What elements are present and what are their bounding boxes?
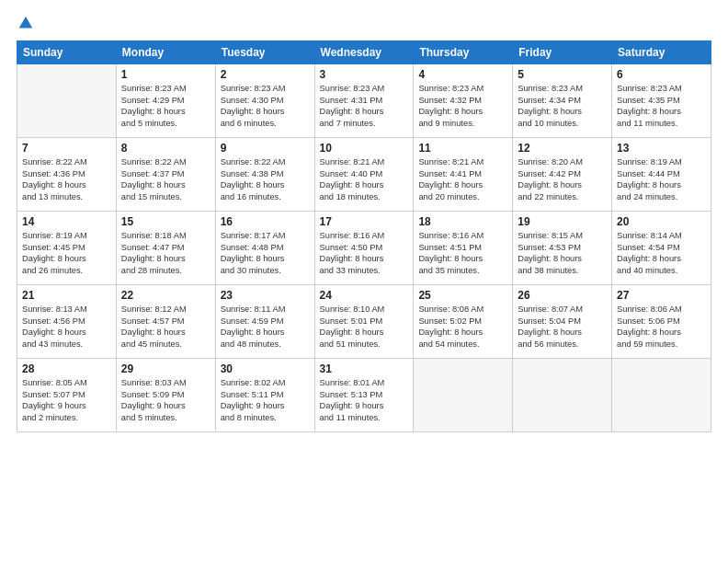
cell-line: Sunrise: 8:21 AM bbox=[320, 156, 409, 168]
day-number: 15 bbox=[121, 215, 210, 228]
cell-line: Daylight: 8 hours bbox=[221, 327, 310, 339]
day-number: 23 bbox=[221, 289, 310, 302]
cell-line: and 13 minutes. bbox=[22, 191, 111, 203]
header-day-saturday: Saturday bbox=[612, 41, 711, 64]
cell-line: and 59 minutes. bbox=[617, 339, 706, 350]
cell-line: and 22 minutes. bbox=[518, 191, 607, 203]
cell-line: Daylight: 8 hours bbox=[518, 327, 607, 339]
calendar-cell: 17Sunrise: 8:16 AMSunset: 4:50 PMDayligh… bbox=[314, 212, 414, 285]
cell-line: and 9 minutes. bbox=[418, 118, 507, 130]
cell-line: and 5 minutes. bbox=[121, 412, 210, 424]
cell-line: and 24 minutes. bbox=[617, 191, 706, 203]
cell-line: Sunrise: 8:23 AM bbox=[121, 83, 210, 95]
day-number: 13 bbox=[617, 142, 706, 155]
calendar-cell: 19Sunrise: 8:15 AMSunset: 4:53 PMDayligh… bbox=[513, 212, 612, 285]
cell-line: Sunrise: 8:12 AM bbox=[121, 304, 210, 316]
week-row-2: 14Sunrise: 8:19 AMSunset: 4:45 PMDayligh… bbox=[17, 212, 711, 285]
day-number: 1 bbox=[121, 68, 210, 81]
cell-line: Daylight: 8 hours bbox=[518, 253, 607, 265]
cell-line: Sunset: 4:42 PM bbox=[518, 168, 607, 180]
day-number: 18 bbox=[418, 215, 507, 228]
cell-line: Daylight: 8 hours bbox=[617, 327, 706, 339]
calendar-cell: 27Sunrise: 8:06 AMSunset: 5:06 PMDayligh… bbox=[612, 285, 711, 359]
cell-line: Sunset: 4:34 PM bbox=[518, 95, 607, 107]
cell-line: and 15 minutes. bbox=[121, 191, 210, 203]
day-number: 28 bbox=[22, 362, 111, 375]
cell-line: Daylight: 8 hours bbox=[121, 327, 210, 339]
calendar-cell: 8Sunrise: 8:22 AMSunset: 4:37 PMDaylight… bbox=[116, 138, 215, 212]
cell-line: Daylight: 8 hours bbox=[221, 179, 310, 191]
cell-line: Sunset: 4:35 PM bbox=[617, 95, 706, 107]
cell-line: and 43 minutes. bbox=[22, 339, 111, 350]
day-number: 27 bbox=[617, 289, 706, 302]
calendar-cell: 22Sunrise: 8:12 AMSunset: 4:57 PMDayligh… bbox=[116, 285, 215, 359]
header-day-wednesday: Wednesday bbox=[314, 41, 414, 64]
calendar-table: SundayMondayTuesdayWednesdayThursdayFrid… bbox=[17, 40, 711, 432]
cell-line: Sunset: 4:31 PM bbox=[320, 95, 409, 107]
cell-line: and 10 minutes. bbox=[518, 118, 607, 130]
week-row-4: 28Sunrise: 8:05 AMSunset: 5:07 PMDayligh… bbox=[17, 359, 711, 432]
cell-line: Daylight: 8 hours bbox=[518, 179, 607, 191]
cell-line: and 18 minutes. bbox=[320, 191, 409, 203]
cell-line: Sunrise: 8:23 AM bbox=[418, 83, 507, 95]
cell-line: Daylight: 8 hours bbox=[418, 253, 507, 265]
calendar-cell: 10Sunrise: 8:21 AMSunset: 4:40 PMDayligh… bbox=[314, 138, 414, 212]
cell-line: Sunrise: 8:02 AM bbox=[221, 377, 310, 389]
header bbox=[17, 15, 711, 31]
logo bbox=[17, 15, 35, 31]
day-number: 31 bbox=[320, 362, 409, 375]
cell-line: and 2 minutes. bbox=[22, 412, 111, 424]
cell-line: Sunrise: 8:22 AM bbox=[121, 156, 210, 168]
cell-line: and 11 minutes. bbox=[617, 118, 706, 130]
cell-line: Sunset: 4:57 PM bbox=[121, 316, 210, 327]
cell-line: Sunset: 4:45 PM bbox=[22, 242, 111, 254]
cell-line: and 35 minutes. bbox=[418, 265, 507, 277]
cell-line: Sunrise: 8:10 AM bbox=[320, 304, 409, 316]
cell-line: Daylight: 8 hours bbox=[418, 327, 507, 339]
cell-line: Sunset: 5:02 PM bbox=[418, 316, 507, 327]
calendar-cell bbox=[414, 359, 513, 432]
day-number: 26 bbox=[518, 289, 607, 302]
cell-line: Sunset: 4:47 PM bbox=[121, 242, 210, 254]
day-number: 21 bbox=[22, 289, 111, 302]
cell-line: Sunset: 4:51 PM bbox=[418, 242, 507, 254]
cell-line: Sunset: 4:50 PM bbox=[320, 242, 409, 254]
calendar-cell: 29Sunrise: 8:03 AMSunset: 5:09 PMDayligh… bbox=[116, 359, 215, 432]
cell-line: Daylight: 8 hours bbox=[320, 327, 409, 339]
cell-line: Sunrise: 8:23 AM bbox=[221, 83, 310, 95]
cell-line: Sunrise: 8:22 AM bbox=[22, 156, 111, 168]
cell-line: Sunrise: 8:01 AM bbox=[320, 377, 409, 389]
calendar-cell: 24Sunrise: 8:10 AMSunset: 5:01 PMDayligh… bbox=[314, 285, 414, 359]
cell-line: Sunrise: 8:22 AM bbox=[221, 156, 310, 168]
cell-line: Sunset: 4:36 PM bbox=[22, 168, 111, 180]
cell-line: Sunset: 4:48 PM bbox=[221, 242, 310, 254]
cell-line: Sunrise: 8:19 AM bbox=[22, 230, 111, 242]
calendar-cell: 20Sunrise: 8:14 AMSunset: 4:54 PMDayligh… bbox=[612, 212, 711, 285]
day-number: 7 bbox=[22, 142, 111, 155]
day-number: 10 bbox=[320, 142, 409, 155]
cell-line: Sunrise: 8:07 AM bbox=[518, 304, 607, 316]
cell-line: and 45 minutes. bbox=[121, 339, 210, 350]
day-number: 17 bbox=[320, 215, 409, 228]
cell-line: and 20 minutes. bbox=[418, 191, 507, 203]
day-number: 19 bbox=[518, 215, 607, 228]
cell-line: Sunset: 5:04 PM bbox=[518, 316, 607, 327]
cell-line: Sunrise: 8:23 AM bbox=[320, 83, 409, 95]
cell-line: Daylight: 9 hours bbox=[221, 400, 310, 412]
calendar-cell bbox=[513, 359, 612, 432]
cell-line: Sunrise: 8:16 AM bbox=[418, 230, 507, 242]
cell-line: Daylight: 9 hours bbox=[22, 400, 111, 412]
cell-line: Sunset: 4:29 PM bbox=[121, 95, 210, 107]
day-number: 4 bbox=[418, 68, 507, 81]
calendar-cell: 7Sunrise: 8:22 AMSunset: 4:36 PMDaylight… bbox=[17, 138, 117, 212]
cell-line: Daylight: 8 hours bbox=[518, 106, 607, 118]
cell-line: Daylight: 8 hours bbox=[320, 106, 409, 118]
calendar-cell: 9Sunrise: 8:22 AMSunset: 4:38 PMDaylight… bbox=[215, 138, 314, 212]
cell-line: Sunset: 5:11 PM bbox=[221, 389, 310, 401]
cell-line: Daylight: 8 hours bbox=[22, 327, 111, 339]
logo-area bbox=[17, 15, 35, 31]
cell-line: and 54 minutes. bbox=[418, 339, 507, 350]
cell-line: Sunset: 4:59 PM bbox=[221, 316, 310, 327]
day-number: 6 bbox=[617, 68, 706, 81]
calendar-cell: 23Sunrise: 8:11 AMSunset: 4:59 PMDayligh… bbox=[215, 285, 314, 359]
